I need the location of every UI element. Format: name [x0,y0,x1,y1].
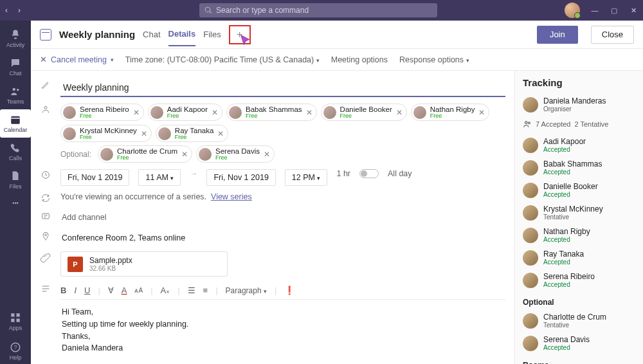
text-color-button[interactable]: A [122,286,127,295]
title-input[interactable] [60,79,505,97]
tracking-person[interactable]: Danielle BookerAccepted [523,179,635,201]
attendee-chip[interactable]: Babak ShammasFree✕ [226,104,317,121]
clear-format-button[interactable]: Aₓ [161,286,170,295]
window-maximize-button[interactable]: ▢ [604,6,624,15]
strike-button[interactable]: ∀ [108,286,114,295]
start-time-input[interactable]: 11 AM ▾ [138,169,181,186]
font-size-button[interactable]: ᴀA [134,287,143,294]
attendee-chip[interactable]: Serena RibeiroFree✕ [60,104,144,121]
rail-activity[interactable]: Activity [0,24,31,53]
cursor-icon [239,34,253,48]
tracking-pane: Tracking Daniela ManderasOrganiser 7 Acc… [514,71,643,364]
meeting-form: Serena RibeiroFree✕Aadi KapoorFree✕Babak… [31,71,514,364]
attendee-chip[interactable]: Nathan RigbyFree✕ [411,104,490,121]
nav-back-button[interactable]: ‹ [0,6,13,15]
timezone-selector[interactable]: Time zone: (UTC-08:00) Pacific Time (US … [125,55,320,64]
description-body[interactable]: Hi Team, Setting up time for weekly plan… [60,300,505,364]
window-close-button[interactable]: ✕ [624,6,643,15]
optional-attendees[interactable]: Optional: Charlotte de CrumFree✕Serena D… [60,145,505,163]
tab-details[interactable]: Details [168,29,196,46]
attendee-chip[interactable]: Charlotte de CrumFree✕ [98,145,192,163]
options-bar: ✕ Cancel meeting ▾ Time zone: (UTC-08:00… [31,49,643,71]
bullet-list-button[interactable]: ≡ [203,286,208,295]
remove-icon[interactable]: ✕ [181,150,188,159]
avatar [413,106,426,119]
tracking-person[interactable]: Aadi KapoorAccepted [523,134,635,156]
svg-rect-6 [17,319,20,322]
bold-button[interactable]: B [60,286,66,295]
rail-more[interactable]: ••• [0,194,31,212]
remove-icon[interactable]: ✕ [217,129,224,138]
nav-forward-button[interactable]: › [13,6,26,15]
numbered-list-button[interactable]: ☰ [188,286,195,295]
rail-apps[interactable]: Apps [0,307,31,336]
rail-chat[interactable]: Chat [0,53,31,81]
avatar [523,97,538,113]
tracking-person[interactable]: Serena DavisAccepted [523,332,635,354]
optional-section-label: Optional [523,298,635,307]
location-input[interactable]: Conference Room 2, Teams online [60,231,505,245]
calendar-icon [40,29,51,41]
avatar [63,106,76,119]
remove-icon[interactable]: ✕ [396,108,403,117]
attendee-chip[interactable]: Krystal McKinneyFree✕ [60,125,152,142]
search-icon [204,6,212,14]
rail-help[interactable]: ?Help [0,338,31,364]
chevron-down-icon: ▾ [111,57,114,63]
start-date-input[interactable]: Fri, Nov 1 2019 [60,169,129,186]
remove-icon[interactable]: ✕ [478,108,485,117]
add-tab-highlight: + [229,25,251,44]
tracking-person[interactable]: Serena RibeiroAccepted [523,269,635,291]
attendee-chip[interactable]: Aadi KapoorFree✕ [148,104,222,121]
tracking-person[interactable]: Krystal McKinneyTentative [523,201,635,224]
rail-teams[interactable]: Teams [0,81,31,109]
avatar [150,106,163,119]
remove-icon[interactable]: ✕ [264,150,270,159]
underline-button[interactable]: U [84,286,90,295]
end-time-input[interactable]: 12 PM ▾ [285,169,328,186]
italic-button[interactable]: I [74,286,77,295]
attachment-card[interactable]: P Sample.pptx 32.66 KB [60,251,228,277]
join-button[interactable]: Join [537,26,578,44]
tracking-person[interactable]: Ray TanakaAccepted [523,246,635,269]
svg-rect-4 [17,313,20,316]
add-channel-input[interactable]: Add channel [60,210,505,224]
organiser-row[interactable]: Daniela ManderasOrganiser [523,93,635,116]
close-button[interactable]: Close [591,26,634,44]
user-avatar[interactable] [565,3,580,18]
all-day-label: All day [388,169,412,178]
required-attendees[interactable]: Serena RibeiroFree✕Aadi KapoorFree✕Babak… [60,104,505,142]
svg-rect-11 [42,214,50,219]
important-button[interactable]: ❗ [284,286,294,295]
remove-icon[interactable]: ✕ [212,108,218,117]
attendee-chip[interactable]: Danielle BookerFree✕ [321,104,407,121]
content: Weekly planning Chat Details Files + Joi… [31,21,643,364]
series-text: You're viewing an occurrence of a series… [60,192,252,201]
remove-icon[interactable]: ✕ [133,108,140,117]
all-day-toggle[interactable] [359,169,379,178]
tracking-person[interactable]: Babak ShammasAccepted [523,156,635,179]
tab-files[interactable]: Files [203,30,221,46]
avatar [523,313,538,329]
attendee-chip[interactable]: Ray TanakaFree✕ [156,125,229,142]
attendee-chip[interactable]: Serena DavisFree✕ [196,145,275,163]
remove-icon[interactable]: ✕ [141,129,147,138]
search-input[interactable]: Search or type a command [199,3,437,17]
end-date-input[interactable]: Fri, Nov 1 2019 [206,169,275,186]
tracking-person[interactable]: Charlotte de CrumTentative [523,309,635,332]
cancel-meeting-button[interactable]: ✕ Cancel meeting ▾ [40,55,114,64]
meeting-options-button[interactable]: Meeting options [331,55,388,64]
response-summary: 7 Accepted 2 Tentative [523,116,635,134]
rail-calendar[interactable]: Calendar [0,109,31,138]
paragraph-selector[interactable]: Paragraph ▾ [226,286,267,295]
rail-files[interactable]: Files [0,166,31,194]
response-options-button[interactable]: Response options ▾ [399,55,469,64]
tab-chat[interactable]: Chat [143,30,160,46]
rail-calls[interactable]: Calls [0,138,31,166]
view-series-link[interactable]: View series [211,192,252,201]
remove-icon[interactable]: ✕ [306,108,312,117]
powerpoint-icon: P [68,257,83,272]
tracking-person[interactable]: Nathan RigbyAccepted [523,224,635,246]
window-minimize-button[interactable]: — [585,6,604,14]
location-icon [40,231,51,242]
